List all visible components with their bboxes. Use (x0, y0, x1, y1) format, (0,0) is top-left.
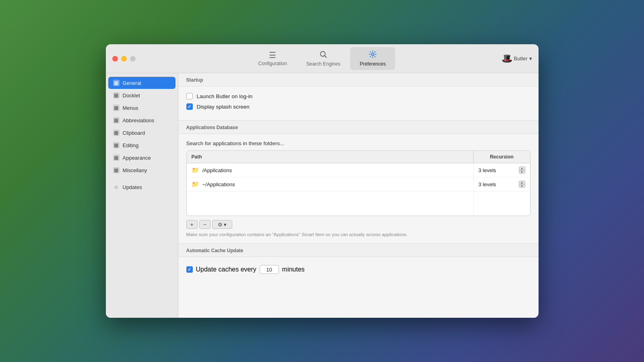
folder-icon-2: 📁 (192, 181, 199, 188)
tab-search-engines[interactable]: Search Engines (297, 47, 350, 70)
general-icon: ▦ (113, 80, 120, 86)
applications-db-section-header: Applications Database (178, 121, 539, 134)
gear-icon: ⚙ (218, 222, 223, 228)
svg-point-2 (372, 53, 374, 56)
minimize-button[interactable] (121, 56, 127, 62)
sidebar-item-docklet[interactable]: ▦ Docklet (108, 89, 175, 101)
main-content: ▦ General ▦ Docklet ▦ Menus ▦ Abbreviati… (106, 73, 539, 318)
traffic-lights (112, 56, 136, 62)
empty-recursion-cell (474, 191, 530, 216)
table-toolbar: + − ⚙ ▾ (186, 220, 530, 229)
empty-path-cell (187, 191, 474, 216)
folders-label: Search for applications in these folders… (186, 140, 530, 146)
recursion-value-1: 3 levels (479, 167, 496, 173)
folders-table: Path Recursion 📁 /Applications 3 levels … (186, 150, 530, 216)
app-window: ☰ Configuration Search Engines (106, 44, 539, 318)
sidebar-item-menus-label: Menus (123, 105, 138, 111)
sidebar-item-abbreviations[interactable]: ▦ Abbreviations (108, 114, 175, 126)
tab-preferences[interactable]: Preferences (350, 47, 396, 70)
docklet-icon: ▦ (113, 92, 120, 99)
sidebar-item-miscellany[interactable]: ▦ Miscellany (108, 164, 175, 176)
add-folder-button[interactable]: + (186, 220, 198, 229)
editing-icon: ▦ (113, 142, 120, 148)
toolbar-tabs: ☰ Configuration Search Engines (112, 47, 532, 70)
path-cell-2: 📁 ~/Applications (187, 177, 474, 191)
butler-menu[interactable]: 🎩 Butler ▾ (502, 53, 532, 64)
recursion-cell-2: 3 levels ▲ ▼ (474, 177, 530, 191)
sidebar-item-menus[interactable]: ▦ Menus (108, 102, 175, 114)
col-path-header: Path (187, 151, 474, 163)
startup-section-content: Launch Butler on log-in Display splash s… (178, 86, 539, 120)
butler-label: Butler (514, 56, 528, 62)
launch-on-login-row: Launch Butler on log-in (186, 93, 530, 99)
recursion-down-1[interactable]: ▼ (519, 170, 525, 174)
updates-icon: ⊙ (113, 184, 120, 190)
recursion-down-2[interactable]: ▼ (519, 184, 525, 188)
titlebar: ☰ Configuration Search Engines (106, 44, 539, 73)
sidebar-item-clipboard-label: Clipboard (123, 130, 145, 136)
display-splash-label[interactable]: Display splash screen (197, 104, 250, 110)
recursion-cell-1: 3 levels ▲ ▼ (474, 163, 530, 177)
path-value-2: ~/Applications (202, 181, 235, 187)
close-button[interactable] (112, 56, 118, 62)
empty-table-rows (187, 191, 530, 216)
gear-menu-button[interactable]: ⚙ ▾ (212, 220, 232, 229)
display-splash-checkbox[interactable] (186, 103, 193, 110)
table-row[interactable]: 📁 ~/Applications 3 levels ▲ ▼ (187, 177, 530, 191)
menus-icon: ▦ (113, 105, 120, 111)
launch-on-login-checkbox[interactable] (186, 93, 193, 99)
appearance-icon: ▦ (113, 154, 120, 161)
cache-row: Update caches every minutes (186, 265, 530, 274)
content-area: Startup Launch Butler on log-in Display … (178, 73, 539, 318)
cache-prefix-label: Update caches every (196, 266, 256, 273)
path-value-1: /Applications (202, 167, 232, 173)
preferences-icon (369, 50, 377, 60)
tab-preferences-label: Preferences (360, 61, 386, 67)
maximize-button[interactable] (130, 56, 136, 62)
sidebar-item-updates[interactable]: ⊙ Updates (108, 181, 175, 193)
hint-text: Make sure your configuration contains an… (186, 232, 530, 237)
sidebar-item-miscellany-label: Miscellany (123, 167, 147, 173)
path-cell-1: 📁 /Applications (187, 163, 474, 177)
sidebar-item-appearance-label: Appearance (123, 155, 151, 161)
sidebar-item-updates-label: Updates (123, 184, 142, 190)
sidebar-item-editing[interactable]: ▦ Editing (108, 139, 175, 151)
sidebar-item-appearance[interactable]: ▦ Appearance (108, 152, 175, 164)
recursion-stepper-1[interactable]: ▲ ▼ (519, 167, 525, 174)
sidebar-item-general-label: General (123, 80, 141, 86)
cache-section-header: Automatic Cache Update (178, 244, 539, 257)
startup-section-header: Startup (178, 73, 539, 86)
table-row[interactable]: 📁 /Applications 3 levels ▲ ▼ (187, 163, 530, 177)
search-engines-icon (319, 50, 327, 60)
butler-icon: 🎩 (502, 53, 512, 64)
cache-section-content: Update caches every minutes (178, 259, 539, 280)
display-splash-row: Display splash screen (186, 103, 530, 110)
cache-suffix-label: minutes (282, 266, 305, 273)
abbreviations-icon: ▦ (113, 117, 120, 123)
butler-chevron-icon: ▾ (529, 56, 532, 62)
tab-configuration[interactable]: ☰ Configuration (249, 48, 297, 70)
update-caches-checkbox[interactable] (186, 266, 193, 273)
tab-configuration-label: Configuration (258, 61, 287, 66)
configuration-icon: ☰ (269, 51, 276, 59)
sidebar-item-clipboard[interactable]: ▦ Clipboard (108, 127, 175, 139)
recursion-up-1[interactable]: ▲ (519, 167, 525, 170)
recursion-stepper-2[interactable]: ▲ ▼ (519, 181, 525, 188)
minutes-input[interactable] (260, 265, 279, 274)
svg-line-1 (325, 56, 327, 58)
sidebar-item-general[interactable]: ▦ General (108, 77, 175, 89)
sidebar: ▦ General ▦ Docklet ▦ Menus ▦ Abbreviati… (106, 73, 178, 318)
remove-folder-button[interactable]: − (199, 220, 211, 229)
miscellany-icon: ▦ (113, 167, 120, 173)
sidebar-item-abbreviations-label: Abbreviations (123, 117, 155, 123)
gear-chevron-icon: ▾ (224, 222, 227, 228)
recursion-up-2[interactable]: ▲ (519, 181, 525, 184)
recursion-value-2: 3 levels (479, 181, 496, 187)
folder-icon-1: 📁 (192, 167, 199, 174)
col-recursion-header: Recursion (474, 151, 530, 163)
table-header: Path Recursion (187, 151, 530, 163)
clipboard-icon: ▦ (113, 130, 120, 136)
launch-on-login-label[interactable]: Launch Butler on log-in (197, 93, 253, 99)
sidebar-item-editing-label: Editing (123, 142, 139, 148)
tab-search-engines-label: Search Engines (306, 61, 341, 67)
